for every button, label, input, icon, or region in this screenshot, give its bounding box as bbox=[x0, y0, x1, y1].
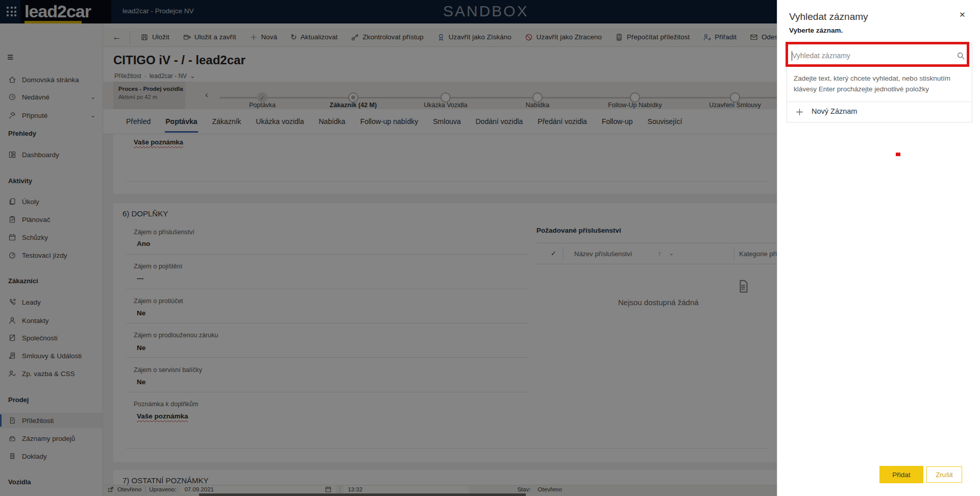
search-input[interactable] bbox=[792, 46, 950, 65]
search-icon[interactable] bbox=[957, 52, 965, 60]
lookup-records-panel: Vyhledat záznamy ✕ Vyberte záznam. Zadej… bbox=[777, 0, 980, 496]
search-input-row bbox=[787, 44, 972, 67]
new-record-button[interactable]: Nový Záznam bbox=[787, 102, 972, 122]
add-button[interactable]: Přidat bbox=[879, 466, 923, 483]
panel-subtitle: Vyberte záznam. bbox=[789, 27, 843, 34]
modal-dim-overlay bbox=[0, 0, 777, 496]
plus-icon bbox=[795, 108, 804, 116]
lookup-list-container: Zadejte text, který chcete vyhledat, neb… bbox=[787, 44, 972, 122]
panel-title: Vyhledat záznamy bbox=[789, 11, 868, 22]
close-icon[interactable]: ✕ bbox=[959, 10, 966, 19]
red-annotation-dot bbox=[896, 153, 900, 156]
cancel-button[interactable]: Zrušit bbox=[926, 466, 962, 483]
search-help-text: Zadejte text, který chcete vyhledat, neb… bbox=[794, 73, 965, 94]
